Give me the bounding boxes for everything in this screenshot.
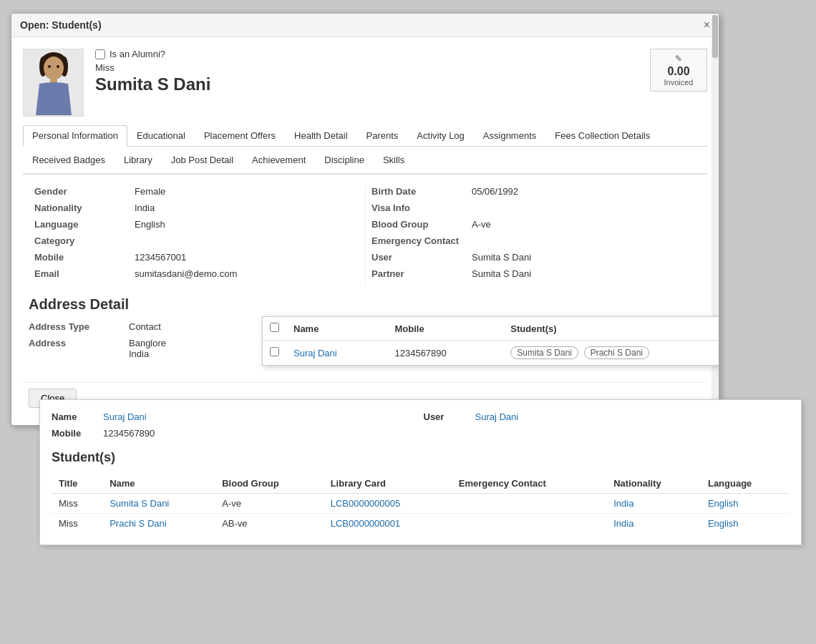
row-students-cell: Sumita S Dani Prachi S Dani — [503, 341, 719, 366]
row1-name-link[interactable]: Sumita S Dani — [110, 498, 169, 509]
col-students-header: Student(s) — [503, 317, 719, 341]
field-mobile: Mobile 1234567001 — [34, 252, 359, 263]
contact-name-link[interactable]: Suraj Dani — [293, 348, 337, 358]
tab-achievement[interactable]: Achievement — [243, 150, 315, 170]
field-language: Language English — [34, 219, 359, 230]
students-section-title: Student(s) — [52, 450, 790, 465]
row1-library: LCB0000000005 — [324, 494, 452, 514]
alumni-label: Is an Alumni? — [110, 49, 165, 59]
main-modal: Open: Student(s) × — [11, 13, 719, 426]
row1-title: Miss — [52, 494, 102, 514]
tabs-row1: Personal Information Educational Placeme… — [23, 125, 707, 147]
invoice-box: ✎ 0.00 Invoiced — [650, 49, 707, 92]
row2-title: Miss — [52, 514, 102, 534]
modal-title: Open: Student(s) — [20, 19, 102, 31]
personal-info-grid: Gender Female Nationality India Language… — [29, 186, 701, 285]
personal-info-left: Gender Female Nationality India Language… — [29, 186, 365, 285]
row2-name-link[interactable]: Prachi S Dani — [110, 518, 166, 529]
row2-nationality-link[interactable]: India — [613, 518, 633, 529]
row1-library-link[interactable]: LCB0000000005 — [331, 498, 401, 509]
row1-language: English — [701, 494, 790, 514]
tab-educational[interactable]: Educational — [127, 125, 195, 146]
student-badge-1[interactable]: Sumita S Dani — [510, 346, 578, 359]
row1-emergency — [452, 494, 606, 514]
col-mobile-header: Mobile — [387, 317, 503, 341]
field-email: Email sumitasdani@demo.com — [34, 268, 359, 279]
field-nationality: Nationality India — [34, 203, 359, 213]
field-category: Category — [34, 235, 359, 246]
row2-emergency — [452, 514, 606, 534]
student-photo — [23, 49, 84, 117]
col-title: Title — [52, 474, 102, 494]
row2-name: Prachi S Dani — [102, 514, 215, 534]
students-section: Student(s) Title Name Blood Group Librar… — [52, 450, 790, 533]
dropdown-row: Suraj Dani 1234567890 Sumita S Dani Prac… — [263, 341, 719, 366]
row-checkbox[interactable] — [270, 347, 279, 356]
student-title: Miss — [95, 62, 650, 73]
row-name-cell: Suraj Dani — [286, 341, 387, 366]
contact-name-value[interactable]: Suraj Dani — [103, 411, 147, 422]
field-birth-date: Birth Date 05/06/1992 — [371, 186, 696, 197]
invoice-amount: 0.00 — [659, 65, 698, 78]
tab-placement-offers[interactable]: Placement Offers — [195, 125, 285, 146]
student-info: Is an Alumni? Miss Sumita S Dani — [95, 49, 650, 94]
svg-point-6 — [48, 65, 51, 68]
row2-library-link[interactable]: LCB0000000001 — [331, 518, 401, 529]
student-row-1: Miss Sumita S Dani A-ve LCB0000000005 In… — [52, 494, 790, 514]
field-emergency-contact: Emergency Contact — [371, 235, 696, 246]
col-name-header: Name — [286, 317, 387, 341]
svg-point-4 — [44, 57, 64, 79]
row2-nationality: India — [606, 514, 701, 534]
col-blood-group: Blood Group — [215, 474, 323, 494]
tab-library[interactable]: Library — [115, 150, 162, 170]
student-row-2: Miss Prachi S Dani AB-ve LCB0000000001 I… — [52, 514, 790, 534]
col-nationality: Nationality — [606, 474, 701, 494]
contact-dropdown-popup: Name Mobile Student(s) — [262, 316, 719, 366]
tab-personal-information[interactable]: Personal Information — [23, 125, 127, 147]
col-library-card: Library Card — [324, 474, 452, 494]
contact-field-user: User Suraj Dani — [424, 411, 790, 422]
tab-assignments[interactable]: Assignments — [474, 125, 545, 146]
tab-received-badges[interactable]: Received Badges — [23, 150, 115, 170]
modal-header: Open: Student(s) × — [11, 14, 719, 37]
contact-field-name: Name Suraj Dani — [52, 411, 418, 422]
student-badge-2[interactable]: Prachi S Dani — [584, 346, 649, 359]
contact-info-right: User Suraj Dani — [424, 411, 790, 439]
row1-blood: A-ve — [215, 494, 323, 514]
address-title: Address Detail — [29, 296, 701, 313]
student-header: Is an Alumni? Miss Sumita S Dani ✎ 0.00 … — [23, 49, 707, 117]
col-checkbox-header — [263, 317, 286, 341]
contact-dropdown-table: Name Mobile Student(s) — [263, 317, 719, 365]
alumni-checkbox[interactable] — [95, 49, 105, 59]
row-checkbox-cell — [263, 341, 286, 366]
alumni-checkbox-row: Is an Alumni? — [95, 49, 650, 59]
tab-discipline[interactable]: Discipline — [315, 150, 374, 170]
modal-close-button[interactable]: × — [704, 19, 710, 31]
field-blood-group: Blood Group A-ve — [371, 219, 696, 230]
tab-health-detail[interactable]: Health Detail — [285, 125, 356, 146]
contact-detail-panel: Name Suraj Dani Mobile 1234567890 User S… — [39, 399, 802, 545]
select-all-checkbox[interactable] — [270, 323, 279, 332]
row1-nationality: India — [606, 494, 701, 514]
edit-icon[interactable]: ✎ — [659, 54, 698, 64]
invoice-label: Invoiced — [659, 78, 698, 87]
tab-fees-collection[interactable]: Fees Collection Details — [545, 125, 659, 146]
tab-activity-log[interactable]: Activity Log — [407, 125, 473, 146]
row1-name: Sumita S Dani — [102, 494, 215, 514]
field-partner: Partner Sumita S Dani — [371, 268, 696, 279]
contact-user-value[interactable]: Suraj Dani — [475, 411, 519, 422]
tab-job-post[interactable]: Job Post Detail — [162, 150, 243, 170]
contact-info-grid: Name Suraj Dani Mobile 1234567890 User S… — [52, 411, 790, 439]
field-user: User Sumita S Dani — [371, 252, 696, 263]
row2-language-link[interactable]: English — [708, 518, 739, 529]
col-emergency-contact: Emergency Contact — [452, 474, 606, 494]
tab-skills[interactable]: Skills — [374, 150, 414, 170]
row1-language-link[interactable]: English — [708, 498, 739, 509]
svg-point-7 — [57, 65, 59, 68]
scrollbar-thumb[interactable] — [712, 15, 718, 58]
contact-field-mobile: Mobile 1234567890 — [52, 428, 418, 439]
tab-parents[interactable]: Parents — [357, 125, 408, 146]
row-mobile-cell: 1234567890 — [387, 341, 503, 366]
field-gender: Gender Female — [34, 186, 359, 197]
row1-nationality-link[interactable]: India — [613, 498, 633, 509]
